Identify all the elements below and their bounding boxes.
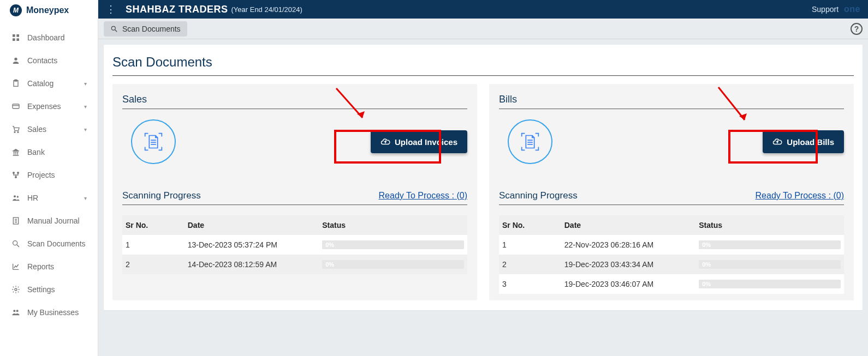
- divider: [112, 75, 854, 76]
- bills-progress-title: Scanning Progress: [499, 190, 578, 201]
- svg-rect-7: [13, 104, 19, 108]
- cell-sr: 1: [122, 235, 185, 255]
- brand-badge-icon: M: [10, 4, 22, 16]
- branch-icon: [11, 170, 21, 180]
- search-icon: [11, 239, 21, 249]
- table-row: 113-Dec-2023 05:37:24 PM0%: [122, 235, 467, 255]
- main-content: Scan Documents Sales: [98, 39, 868, 356]
- sidebar-item-sales[interactable]: Sales▾: [0, 118, 98, 141]
- cell-date: 13-Dec-2023 05:37:24 PM: [185, 235, 319, 255]
- cell-sr: 1: [499, 235, 561, 255]
- svg-rect-1: [16, 34, 19, 37]
- svg-point-12: [17, 172, 19, 174]
- sidebar: M Moneypex DashboardContactsCatalog▾Expe…: [0, 0, 98, 356]
- breadcrumb[interactable]: Scan Documents: [104, 21, 187, 37]
- cell-date: 22-Nov-2023 06:28:16 AM: [561, 235, 695, 255]
- svg-rect-0: [13, 34, 15, 37]
- sidebar-item-reports[interactable]: Reports: [0, 255, 98, 278]
- bills-progress-table: Sr No. Date Status 122-Nov-2023 06:28:16…: [499, 215, 844, 294]
- cell-status: 0%: [695, 255, 844, 274]
- col-sr: Sr No.: [499, 215, 561, 235]
- divider: [122, 108, 467, 110]
- sidebar-item-label: Bank: [27, 148, 45, 156]
- progress-bar: 0%: [699, 280, 841, 288]
- people-icon: [11, 193, 21, 203]
- svg-point-24: [16, 310, 19, 312]
- sidebar-item-label: Settings: [27, 285, 55, 294]
- page-title: Scan Documents: [112, 53, 854, 75]
- brand-name: Moneypex: [26, 5, 69, 15]
- cell-sr: 3: [499, 274, 561, 294]
- cell-status: 0%: [695, 274, 844, 294]
- col-status: Status: [695, 215, 844, 235]
- cell-date: 19-Dec-2023 03:43:34 AM: [561, 255, 695, 274]
- gear-icon: [11, 285, 21, 294]
- help-icon[interactable]: ?: [851, 23, 863, 35]
- svg-point-14: [14, 195, 16, 197]
- progress-bar: 0%: [322, 260, 464, 269]
- sidebar-item-expenses[interactable]: Expenses▾: [0, 95, 98, 118]
- progress-percent: 0%: [702, 260, 711, 269]
- sales-panel: Sales Upload Invoices: [112, 84, 477, 300]
- svg-point-22: [15, 288, 17, 291]
- sidebar-item-label: Contacts: [27, 56, 57, 65]
- card-icon: [11, 101, 21, 111]
- sidebar-item-dashboard[interactable]: Dashboard: [0, 26, 98, 49]
- progress-bar: 0%: [322, 240, 464, 249]
- journal-icon: [11, 216, 21, 226]
- support-link[interactable]: Support: [812, 5, 839, 14]
- col-status: Status: [319, 215, 467, 235]
- chart-icon: [11, 262, 21, 271]
- company-name: SHAHBAZ TRADERS: [126, 4, 228, 15]
- progress-percent: 0%: [702, 240, 711, 249]
- sidebar-item-label: Sales: [27, 125, 46, 134]
- brand-logo[interactable]: M Moneypex: [0, 0, 98, 20]
- svg-line-26: [115, 29, 117, 32]
- svg-point-10: [17, 131, 19, 132]
- svg-line-21: [17, 245, 19, 247]
- sidebar-item-label: Scan Documents: [27, 239, 86, 248]
- panels-row: Sales Upload Invoices: [112, 84, 854, 300]
- breadcrumb-label: Scan Documents: [122, 25, 181, 33]
- sidebar-item-settings[interactable]: Settings: [0, 278, 98, 301]
- biz-icon: [11, 307, 21, 317]
- sidebar-item-bank[interactable]: Bank: [0, 141, 98, 164]
- svg-point-25: [111, 26, 115, 30]
- sidebar-item-scan-documents[interactable]: Scan Documents: [0, 232, 98, 255]
- divider: [122, 204, 467, 206]
- chevron-down-icon: ▾: [84, 81, 87, 87]
- menu-dots-icon[interactable]: ⋮: [106, 3, 116, 15]
- user-icon: [11, 56, 21, 65]
- sidebar-item-contacts[interactable]: Contacts: [0, 49, 98, 72]
- sidebar-item-manual-journal[interactable]: Manual Journal: [0, 209, 98, 232]
- progress-bar: 0%: [699, 240, 841, 249]
- progress-percent: 0%: [325, 260, 334, 269]
- cell-status: 0%: [695, 235, 844, 255]
- svg-marker-31: [357, 111, 365, 118]
- svg-rect-2: [13, 38, 15, 41]
- bills-ready-link[interactable]: Ready To Process : (0): [756, 191, 844, 201]
- sidebar-item-projects[interactable]: Projects: [0, 164, 98, 186]
- table-row: 319-Dec-2023 03:46:07 AM0%: [499, 274, 844, 294]
- cell-status: 0%: [319, 255, 467, 274]
- sidebar-item-label: Reports: [27, 262, 54, 271]
- cell-sr: 2: [499, 255, 561, 274]
- sidebar-item-my-businesses[interactable]: My Businesses: [0, 301, 98, 324]
- cell-status: 0%: [319, 235, 467, 255]
- bank-icon: [11, 147, 21, 157]
- dashboard-icon: [11, 33, 21, 43]
- sidebar-item-label: Expenses: [27, 102, 61, 111]
- sales-ready-link[interactable]: Ready To Process : (0): [379, 191, 467, 201]
- sidebar-item-label: Dashboard: [27, 33, 65, 42]
- sidebar-item-hr[interactable]: HR▾: [0, 186, 98, 209]
- cell-sr: 2: [122, 255, 185, 274]
- sidebar-item-label: Catalog: [27, 79, 53, 88]
- svg-point-23: [13, 310, 15, 312]
- progress-bar: 0%: [699, 260, 841, 269]
- svg-point-15: [17, 196, 19, 197]
- sidebar-item-catalog[interactable]: Catalog▾: [0, 72, 98, 95]
- annotation-highlight-sales: [334, 130, 441, 164]
- bills-panel-title: Bills: [499, 94, 844, 105]
- svg-rect-3: [16, 38, 19, 41]
- clipboard-icon: [11, 79, 21, 88]
